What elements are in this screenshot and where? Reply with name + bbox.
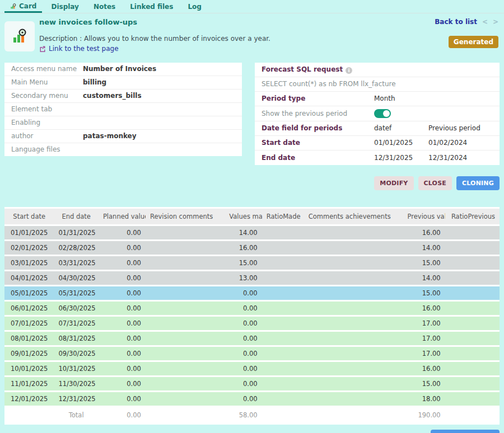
action-buttons: MODIFY CLOSE CLONING: [4, 176, 500, 190]
info-icon: i: [346, 67, 352, 74]
modify-values-button[interactable]: MODIFY VALUES: [431, 430, 500, 433]
property-label: Language files: [11, 145, 83, 154]
cell-ratio-previous: [445, 392, 500, 406]
table-total-row: Total 0.00 58.00 190.00: [4, 407, 500, 423]
cell-made: 0.00: [225, 362, 262, 375]
total-previous: 190.00: [403, 407, 445, 423]
cell-previous: 16.00: [403, 226, 445, 239]
cell-planned: 0.00: [99, 362, 146, 375]
cell-start: 01/01/2025: [4, 226, 54, 239]
cell-ratio-previous: [445, 362, 500, 375]
cell-made: 0.00: [225, 286, 262, 300]
cell-planned: 0.00: [99, 377, 146, 390]
cell-revision: [146, 241, 225, 255]
cell-end: 11/30/2025: [54, 377, 99, 390]
next-record-arrow[interactable]: >: [493, 18, 498, 26]
cell-made: 13.00: [225, 271, 262, 285]
cell-ratio-made: [262, 226, 304, 239]
cell-ratio-previous: [445, 302, 500, 315]
cell-made: 0.00: [225, 392, 262, 406]
total-empty-cell: [262, 407, 304, 423]
cell-ratio-previous: [445, 332, 500, 345]
forecast-panel: Forecast SQL requesti SELECT count(*) as…: [255, 63, 500, 165]
property-value: billing: [83, 78, 106, 87]
previous-record-arrow[interactable]: <: [482, 18, 488, 26]
external-link-icon: [39, 45, 46, 52]
show-previous-toggle[interactable]: [374, 109, 391, 118]
previous-period-label: Previous period: [428, 124, 480, 133]
table-row: 08/01/202508/31/20250.000.0017.00: [4, 332, 500, 345]
end-date-value: 12/31/2025: [374, 154, 428, 162]
cell-made: 0.00: [225, 317, 262, 330]
cell-end: 02/28/2025: [54, 241, 99, 255]
cell-revision: [146, 271, 225, 285]
cell-end: 06/30/2025: [54, 302, 99, 315]
cell-end: 03/31/2025: [54, 256, 99, 270]
show-previous-label: Show the previous period: [262, 110, 374, 118]
test-page-link[interactable]: Link to the test page: [39, 45, 119, 53]
tab-card[interactable]: Card: [4, 0, 42, 13]
record-pager: < >: [482, 18, 498, 26]
cell-previous: 17.00: [403, 347, 445, 360]
property-label: Element tab: [11, 105, 83, 114]
property-row: Element tab: [4, 103, 242, 116]
tab-log[interactable]: Log: [182, 1, 207, 13]
cell-comments: [304, 377, 403, 390]
cell-start: 05/01/2025: [4, 286, 54, 300]
end-date-row: End date 12/31/2025 12/31/2024: [255, 150, 500, 165]
cell-made: 0.00: [225, 332, 262, 345]
table-row: 09/01/202509/30/20250.000.0017.00: [4, 347, 500, 360]
property-label: Access menu name: [11, 65, 83, 73]
cell-previous: 14.00: [403, 271, 445, 285]
tab-label: Card: [19, 2, 36, 10]
col-revision-comments: Revision comments: [146, 209, 225, 224]
cell-comments: [304, 317, 403, 330]
cell-end: 05/31/2025: [54, 286, 99, 300]
forecast-table-container: Start date End date Planned values Revis…: [4, 207, 500, 425]
property-row: Main Menu billing: [4, 76, 242, 90]
cell-end: 09/30/2025: [54, 347, 99, 360]
table-row: 04/01/202504/30/20250.0013.0014.00: [4, 271, 500, 285]
property-row: author patas-monkey: [4, 130, 242, 143]
bar-chart-target-icon: [11, 28, 28, 45]
modify-button[interactable]: MODIFY: [374, 176, 413, 190]
cell-previous: 17.00: [403, 332, 445, 345]
cell-comments: [304, 256, 403, 270]
page-title: new invoices follow-ups: [39, 18, 137, 26]
cell-ratio-previous: [445, 241, 500, 255]
cell-previous: 14.00: [403, 241, 445, 255]
table-row: 07/01/202507/31/20250.000.0017.00: [4, 317, 500, 330]
col-comments-achievements: Comments achievements: [304, 209, 403, 224]
cell-ratio-made: [262, 286, 304, 300]
cell-ratio-previous: [445, 226, 500, 239]
property-row: Access menu name Number of Invoices: [4, 63, 242, 76]
tab-label: Log: [188, 3, 201, 11]
start-date-row: Start date 01/01/2025 01/02/2024: [255, 136, 500, 150]
property-row: Enabling: [4, 116, 242, 130]
property-label: Enabling: [11, 119, 83, 127]
date-field-row: Date field for periods datef Previous pe…: [255, 121, 500, 136]
cell-end: 12/31/2025: [54, 392, 99, 406]
close-button[interactable]: CLOSE: [418, 176, 452, 190]
table-row: 03/01/202503/31/20250.0015.0015.00: [4, 256, 500, 270]
property-row: Secondary menu customers_bills: [4, 90, 242, 103]
cell-comments: [304, 226, 403, 239]
cell-ratio-made: [262, 332, 304, 345]
status-badge: Generated: [449, 36, 498, 48]
cell-start: 09/01/2025: [4, 347, 54, 360]
back-to-list-link[interactable]: Back to list: [435, 18, 477, 26]
show-previous-row: Show the previous period: [255, 106, 500, 121]
cell-start: 12/01/2025: [4, 392, 54, 406]
cell-comments: [304, 302, 403, 315]
tab-linked-files[interactable]: Linked files: [124, 1, 179, 13]
tab-display[interactable]: Display: [45, 1, 84, 13]
end-date-label: End date: [262, 154, 374, 162]
col-start-date: Start date: [4, 209, 54, 224]
cloning-button[interactable]: CLONING: [456, 176, 500, 190]
forecast-header-row: Forecast SQL requesti: [255, 63, 500, 77]
tab-notes[interactable]: Notes: [88, 1, 121, 13]
cell-comments: [304, 271, 403, 285]
cell-previous: 16.00: [403, 362, 445, 375]
cell-comments: [304, 347, 403, 360]
col-ratio-made: RatioMade: [262, 209, 304, 224]
